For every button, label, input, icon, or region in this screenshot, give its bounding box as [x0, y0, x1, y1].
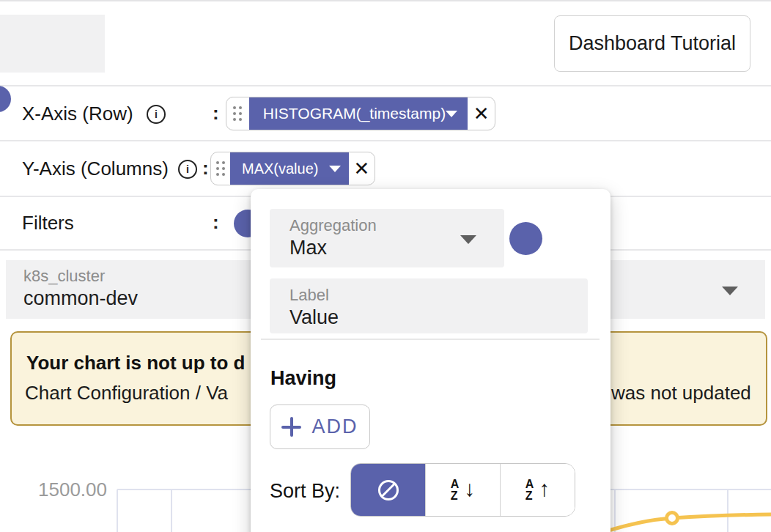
- aggregation-label: Aggregation: [289, 216, 377, 235]
- letter-z: Z: [525, 490, 534, 501]
- header-placeholder-box: [0, 15, 105, 73]
- sort-alpha-down-icon: A Z ↓: [451, 479, 476, 501]
- warning-line1: Your chart is not up to d: [26, 352, 246, 374]
- letter-z: Z: [451, 490, 460, 501]
- y-axis-chip-dropdown[interactable]: MAX(value): [230, 152, 349, 185]
- header-divider: [0, 85, 771, 86]
- warning-line2-right: was not updated: [611, 382, 751, 404]
- x-axis-chip-dropdown[interactable]: HISTOGRAM(_timestamp): [249, 97, 468, 130]
- plus-icon: [281, 417, 301, 437]
- filters-row-label: Filters: [22, 212, 74, 234]
- sort-alpha-descending-button[interactable]: A Z ↓: [425, 464, 500, 516]
- having-section-title: Having: [270, 367, 336, 390]
- chevron-down-icon: [446, 111, 457, 117]
- chevron-down-icon[interactable]: [722, 287, 738, 295]
- colon-separator: :: [202, 157, 209, 180]
- series-point-marker: [667, 513, 678, 524]
- arrow-down-icon: ↓: [464, 476, 475, 501]
- y-axis-row-label: Y-Axis (Columns): [22, 158, 169, 180]
- letter-a: A: [451, 479, 460, 489]
- info-icon-glyph: i: [155, 108, 158, 120]
- remove-y-axis-field-button[interactable]: ✕: [349, 152, 375, 185]
- add-having-condition-button[interactable]: ADD: [270, 404, 370, 449]
- top-divider: [0, 0, 771, 1]
- info-icon-glyph: i: [186, 163, 189, 175]
- sort-none-button[interactable]: [351, 464, 425, 516]
- series-line: [604, 514, 771, 532]
- x-axis-field-chip[interactable]: HISTOGRAM(_timestamp) ✕: [226, 97, 495, 130]
- label-field-value: Value: [289, 306, 339, 329]
- y-axis-chip-label: MAX(value): [242, 160, 318, 177]
- label-input[interactable]: Label Value: [270, 278, 588, 333]
- letter-a: A: [525, 479, 534, 489]
- drag-handle-icon[interactable]: [226, 97, 249, 130]
- info-icon[interactable]: i: [147, 105, 166, 124]
- close-icon: ✕: [354, 158, 370, 180]
- x-axis-row-divider: [0, 140, 771, 141]
- chevron-down-icon: [329, 166, 341, 172]
- series-color-swatch[interactable]: [509, 222, 542, 255]
- add-button-label: ADD: [311, 415, 358, 438]
- warning-line2-left: Chart Configuration / Va: [25, 382, 228, 404]
- dashboard-tutorial-button[interactable]: Dashboard Tutorial: [554, 15, 750, 72]
- colon-separator: :: [213, 102, 219, 125]
- variable-value: common-dev: [23, 287, 138, 310]
- block-icon: [378, 480, 399, 500]
- sort-alpha-ascending-button[interactable]: A Z ↑: [500, 464, 575, 516]
- aggregation-value: Max: [289, 237, 327, 259]
- info-icon[interactable]: i: [178, 160, 197, 179]
- drag-handle-icon[interactable]: [211, 152, 230, 185]
- variable-label: k8s_cluster: [23, 267, 105, 286]
- aggregation-select[interactable]: Aggregation Max: [270, 209, 504, 267]
- x-axis-chip-label: HISTOGRAM(_timestamp): [263, 105, 446, 122]
- y-axis-field-config-popup: Aggregation Max Label Value Having ADD S…: [251, 189, 610, 532]
- edge-color-dot: [0, 86, 11, 112]
- sort-alpha-up-icon: A Z ↑: [525, 479, 550, 501]
- remove-x-axis-field-button[interactable]: ✕: [468, 97, 495, 130]
- popup-divider: [261, 339, 600, 340]
- sort-by-button-group: A Z ↓ A Z ↑: [350, 463, 575, 517]
- sort-by-label: Sort By:: [270, 480, 340, 503]
- colon-separator: :: [213, 211, 219, 234]
- label-field-label: Label: [289, 286, 329, 305]
- x-axis-row-label: X-Axis (Row): [22, 103, 133, 125]
- y-axis-field-chip[interactable]: MAX(value) ✕: [210, 152, 375, 185]
- chevron-down-icon[interactable]: [460, 235, 476, 244]
- close-icon: ✕: [473, 103, 490, 125]
- arrow-up-icon: ↑: [539, 476, 550, 501]
